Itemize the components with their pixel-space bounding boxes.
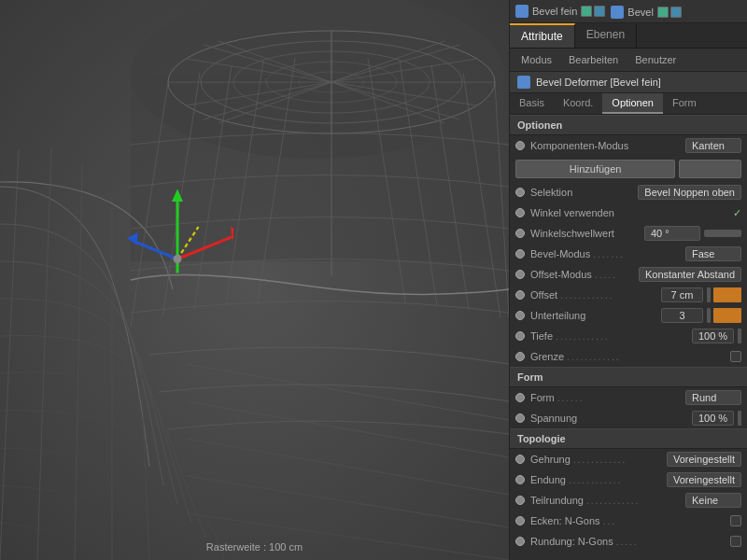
value-teilrundung[interactable]: Keine bbox=[685, 493, 741, 508]
checkbox-ecken-ngons[interactable] bbox=[730, 515, 741, 526]
layer-name-bevel-fein: Bevel fein bbox=[532, 6, 577, 17]
radio-offset-modus[interactable] bbox=[515, 270, 525, 279]
radio-spannung[interactable] bbox=[515, 413, 525, 423]
properties-content[interactable]: Optionen Komponenten-Modus Kanten Hinzuf… bbox=[510, 115, 747, 560]
row-winkel-verwenden: Winkel verwenden ✓ bbox=[510, 203, 747, 223]
radio-endung[interactable] bbox=[515, 475, 525, 484]
row-spannung: Spannung 100 % bbox=[510, 408, 747, 428]
inner-tab-optionen[interactable]: Optionen bbox=[602, 93, 663, 114]
label-ecken-ngons: Ecken: N-Gons ... bbox=[530, 515, 730, 526]
dots-bevel-modus: ....... bbox=[593, 249, 624, 259]
inner-tabs: Basis Koord. Optionen Form bbox=[510, 93, 747, 115]
value-tiefe[interactable]: 100 % bbox=[692, 329, 734, 343]
svg-marker-38 bbox=[172, 189, 183, 203]
label-teilrundung: Teilrundung ............ bbox=[530, 495, 685, 506]
layer-check1-bevel[interactable] bbox=[657, 7, 669, 18]
add-button-2[interactable] bbox=[679, 160, 741, 178]
dots-offset-modus: ..... bbox=[595, 270, 617, 280]
inner-tab-koord[interactable]: Koord. bbox=[554, 93, 602, 114]
value-form[interactable]: Rund bbox=[685, 390, 741, 405]
row-endung: Endung ............ Voreingestellt bbox=[510, 469, 747, 490]
radio-rundung-ngons[interactable] bbox=[515, 537, 525, 546]
deformer-icon bbox=[517, 76, 530, 89]
label-form: Form ...... bbox=[530, 392, 685, 403]
label-grenze: Grenze ............ bbox=[530, 351, 730, 362]
sub-tab-modus[interactable]: Modus bbox=[514, 51, 559, 68]
svg-marker-42 bbox=[127, 232, 138, 245]
value-komponenten-modus[interactable]: Kanten bbox=[685, 138, 741, 153]
row-gehrung: Gehrung ............ Voreingestellt bbox=[510, 449, 747, 469]
radio-winkelschwellwert[interactable] bbox=[515, 229, 525, 238]
row-offset: Offset ............ 7 cm bbox=[510, 285, 747, 305]
value-unterteilung[interactable]: 3 bbox=[661, 308, 703, 323]
value-spannung[interactable]: 100 % bbox=[692, 411, 734, 426]
label-offset-modus: Offset-Modus ..... bbox=[530, 269, 639, 280]
tiefe-drag-handle[interactable] bbox=[738, 329, 741, 343]
tab-ebenen[interactable]: Ebenen bbox=[575, 23, 637, 48]
spannung-drag-handle[interactable] bbox=[738, 411, 741, 426]
layer-check2-bevel-fein[interactable] bbox=[594, 6, 605, 17]
radio-unterteilung[interactable] bbox=[515, 311, 525, 320]
label-winkel-verwenden: Winkel verwenden bbox=[530, 207, 729, 218]
label-rundung-ngons: Rundung: N-Gons ..... bbox=[530, 536, 730, 547]
checkbox-grenze[interactable] bbox=[730, 351, 741, 362]
row-rundung-ngons: Rundung: N-Gons ..... bbox=[510, 531, 747, 552]
value-gehrung[interactable]: Voreingestellt bbox=[667, 452, 741, 467]
label-gehrung: Gehrung ............ bbox=[530, 454, 667, 465]
radio-winkel-verwenden[interactable] bbox=[515, 208, 525, 217]
row-offset-modus: Offset-Modus ..... Konstanter Abstand bbox=[510, 264, 747, 285]
tab-attribute[interactable]: Attribute bbox=[510, 23, 575, 48]
unterteilung-bar-orange bbox=[713, 308, 741, 323]
offset-drag-handle[interactable] bbox=[707, 287, 711, 302]
value-endung[interactable]: Voreingestellt bbox=[667, 472, 741, 487]
layers-bar: Bevel fein Bevel bbox=[510, 0, 747, 23]
label-tiefe: Tiefe ............ bbox=[530, 330, 692, 342]
label-offset: Offset ............ bbox=[530, 289, 661, 301]
value-selektion[interactable]: Bevel Noppen oben bbox=[638, 185, 741, 200]
viewport-3d[interactable]: Rasterweite : 100 cm bbox=[0, 0, 509, 560]
radio-ecken-ngons[interactable] bbox=[515, 516, 525, 525]
row-bevel-modus: Bevel-Modus ....... Fase bbox=[510, 244, 747, 264]
properties-panel: Bevel fein Bevel Attribute Ebenen Modus … bbox=[509, 0, 747, 560]
row-grenze: Grenze ............ bbox=[510, 346, 747, 367]
section-optionen: Optionen bbox=[510, 115, 747, 135]
tab-bar: Attribute Ebenen bbox=[510, 23, 747, 49]
layer-check2-bevel[interactable] bbox=[670, 7, 682, 18]
value-bevel-modus[interactable]: Fase bbox=[685, 246, 741, 261]
layer-item-bevel: Bevel bbox=[611, 6, 682, 19]
checkbox-rundung-ngons[interactable] bbox=[730, 536, 741, 547]
title-bar: Bevel Deformer [Bevel fein] bbox=[510, 72, 747, 93]
radio-selektion[interactable] bbox=[515, 188, 525, 197]
layer-check1-bevel-fein[interactable] bbox=[581, 6, 592, 17]
transform-gizmo[interactable] bbox=[121, 182, 233, 294]
label-unterteilung: Unterteilung bbox=[530, 310, 661, 321]
inner-tab-basis[interactable]: Basis bbox=[510, 93, 554, 114]
radio-bevel-modus[interactable] bbox=[515, 249, 525, 259]
layer-item-bevel-fein: Bevel fein bbox=[515, 5, 605, 18]
sub-tab-bearbeiten[interactable]: Bearbeiten bbox=[561, 51, 626, 68]
inner-tab-form[interactable]: Form bbox=[663, 93, 706, 114]
label-komponenten-modus: Komponenten-Modus bbox=[530, 140, 685, 151]
row-hinzufuegen: Hinzufügen bbox=[510, 156, 747, 182]
sub-tab-benutzer[interactable]: Benutzer bbox=[627, 51, 684, 68]
value-offset-modus[interactable]: Konstanter Abstand bbox=[639, 267, 741, 282]
value-offset[interactable]: 7 cm bbox=[661, 287, 703, 302]
unterteilung-drag-handle[interactable] bbox=[707, 308, 711, 323]
row-winkelschwellwert: Winkelschwellwert 40 ° bbox=[510, 223, 747, 244]
radio-grenze[interactable] bbox=[515, 352, 525, 361]
radio-offset[interactable] bbox=[515, 290, 525, 300]
radio-komponenten-modus[interactable] bbox=[515, 141, 525, 150]
viewport-label: Rasterweite : 100 cm bbox=[206, 541, 303, 553]
radio-tiefe[interactable] bbox=[515, 331, 525, 341]
layer-icon-bevel-fein bbox=[515, 5, 529, 18]
add-button[interactable]: Hinzufügen bbox=[515, 160, 675, 178]
radio-teilrundung[interactable] bbox=[515, 496, 525, 505]
layer-name-bevel: Bevel bbox=[627, 7, 654, 18]
svg-point-44 bbox=[174, 255, 182, 263]
row-form: Form ...... Rund bbox=[510, 387, 747, 408]
radio-gehrung[interactable] bbox=[515, 455, 525, 464]
row-ecken-ngons: Ecken: N-Gons ... bbox=[510, 511, 747, 531]
radio-form[interactable] bbox=[515, 393, 525, 402]
section-form: Form bbox=[510, 367, 747, 387]
value-winkelschwellwert[interactable]: 40 ° bbox=[644, 226, 700, 241]
